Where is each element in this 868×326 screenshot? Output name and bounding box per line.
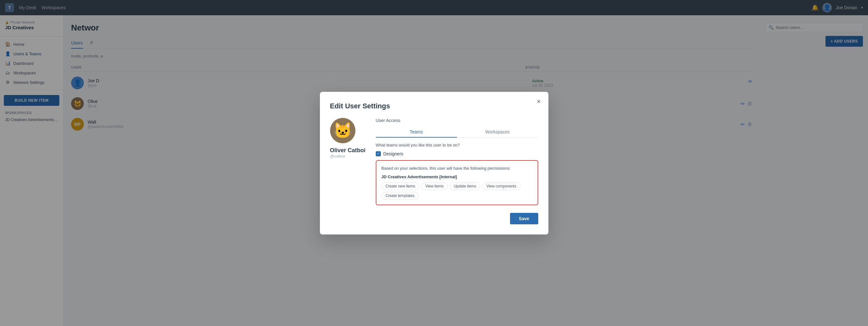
permissions-text: Based on your selections, this user will… bbox=[381, 166, 532, 171]
modal-tab-workspaces[interactable]: Workspaces bbox=[457, 127, 538, 138]
permissions-box: Based on your selections, this user will… bbox=[376, 160, 538, 205]
checkbox-checked[interactable]: ✓ bbox=[376, 151, 381, 156]
permission-tag: Create new items bbox=[381, 182, 419, 190]
modal-tab-teams[interactable]: Teams bbox=[376, 127, 457, 138]
permission-tag: View items bbox=[421, 182, 448, 190]
permission-tag: View components bbox=[482, 182, 521, 190]
modal-close-button[interactable]: × bbox=[537, 98, 541, 105]
modal-user-handle: @catboi bbox=[330, 154, 345, 159]
checkmark-icon: ✓ bbox=[377, 152, 379, 156]
modal-avatar: 🐱 bbox=[330, 118, 355, 143]
modal-overlay: Edit User Settings × 🐱 Oliver Catboi @ca… bbox=[0, 0, 868, 326]
modal-question: What teams would you like this user to b… bbox=[376, 143, 538, 147]
modal-title: Edit User Settings bbox=[330, 102, 538, 110]
permission-tag: Update items bbox=[450, 182, 480, 190]
checkbox-label: Designers bbox=[383, 151, 403, 156]
modal-edit-user-settings: Edit User Settings × 🐱 Oliver Catboi @ca… bbox=[320, 92, 549, 235]
permissions-workspace: JD Creatives Advertisements [Internal] bbox=[381, 174, 532, 179]
modal-user-name: Oliver Catboi bbox=[330, 147, 366, 154]
modal-footer: Save bbox=[330, 213, 538, 224]
modal-body: 🐱 Oliver Catboi @catboi User Access Team… bbox=[330, 118, 538, 205]
modal-user-section: 🐱 Oliver Catboi @catboi bbox=[330, 118, 366, 205]
team-checkbox-designers: ✓ Designers bbox=[376, 151, 538, 156]
permission-tag: Create templates bbox=[381, 192, 418, 199]
modal-right: User Access Teams Workspaces What teams … bbox=[376, 118, 538, 205]
modal-tabs: Teams Workspaces bbox=[376, 127, 538, 138]
modal-access-label: User Access bbox=[376, 118, 538, 123]
save-button[interactable]: Save bbox=[510, 213, 538, 224]
permissions-tags: Create new items View items Update items… bbox=[381, 182, 532, 199]
